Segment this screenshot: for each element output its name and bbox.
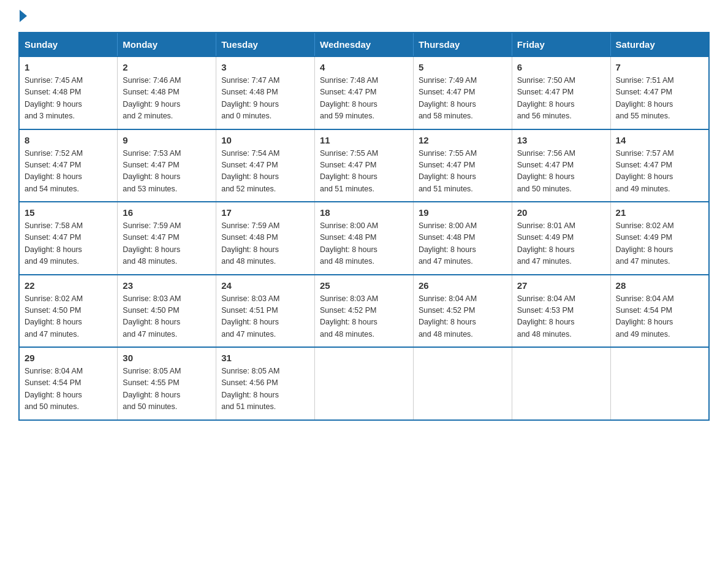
- day-info: Sunrise: 7:55 AMSunset: 4:47 PMDaylight:…: [419, 148, 507, 196]
- weekday-header-tuesday: Tuesday: [216, 33, 315, 56]
- calendar-cell: 3 Sunrise: 7:47 AMSunset: 4:48 PMDayligh…: [216, 56, 315, 129]
- calendar-cell: 30 Sunrise: 8:05 AMSunset: 4:55 PMDaylig…: [118, 347, 216, 420]
- calendar-week-2: 8 Sunrise: 7:52 AMSunset: 4:47 PMDayligh…: [19, 129, 709, 202]
- calendar-header: SundayMondayTuesdayWednesdayThursdayFrid…: [19, 33, 709, 56]
- calendar-cell: [610, 347, 709, 420]
- calendar-cell: 22 Sunrise: 8:02 AMSunset: 4:50 PMDaylig…: [19, 275, 118, 348]
- calendar-cell: 29 Sunrise: 8:04 AMSunset: 4:54 PMDaylig…: [19, 347, 118, 420]
- day-info: Sunrise: 7:49 AMSunset: 4:47 PMDaylight:…: [419, 75, 507, 123]
- day-info: Sunrise: 8:03 AMSunset: 4:52 PMDaylight:…: [320, 293, 408, 341]
- day-info: Sunrise: 7:52 AMSunset: 4:47 PMDaylight:…: [25, 148, 112, 196]
- logo-arrow-icon: [20, 10, 27, 22]
- weekday-header-thursday: Thursday: [413, 33, 512, 56]
- day-number: 3: [221, 62, 309, 72]
- day-info: Sunrise: 8:01 AMSunset: 4:49 PMDaylight:…: [517, 220, 605, 268]
- day-number: 31: [221, 353, 309, 363]
- day-info: Sunrise: 7:46 AMSunset: 4:48 PMDaylight:…: [123, 75, 211, 123]
- day-info: Sunrise: 7:56 AMSunset: 4:47 PMDaylight:…: [517, 148, 605, 196]
- day-info: Sunrise: 8:00 AMSunset: 4:48 PMDaylight:…: [419, 220, 507, 268]
- calendar-cell: 14 Sunrise: 7:57 AMSunset: 4:47 PMDaylig…: [610, 129, 709, 202]
- day-info: Sunrise: 7:45 AMSunset: 4:48 PMDaylight:…: [25, 75, 112, 123]
- day-number: 12: [419, 135, 507, 145]
- calendar-cell: 18 Sunrise: 8:00 AMSunset: 4:48 PMDaylig…: [315, 202, 414, 275]
- day-number: 27: [517, 280, 605, 291]
- day-info: Sunrise: 8:03 AMSunset: 4:51 PMDaylight:…: [221, 293, 309, 341]
- calendar-body: 1 Sunrise: 7:45 AMSunset: 4:48 PMDayligh…: [19, 56, 709, 420]
- day-number: 9: [123, 135, 211, 145]
- day-info: Sunrise: 8:00 AMSunset: 4:48 PMDaylight:…: [320, 220, 408, 268]
- calendar-cell: 11 Sunrise: 7:55 AMSunset: 4:47 PMDaylig…: [315, 129, 414, 202]
- day-number: 4: [320, 62, 408, 72]
- calendar-cell: [315, 347, 414, 420]
- logo-top: [18, 12, 27, 22]
- day-info: Sunrise: 7:54 AMSunset: 4:47 PMDaylight:…: [221, 148, 309, 196]
- calendar-cell: 20 Sunrise: 8:01 AMSunset: 4:49 PMDaylig…: [512, 202, 610, 275]
- logo: [18, 12, 27, 20]
- day-number: 30: [123, 353, 211, 363]
- day-number: 28: [616, 280, 703, 291]
- day-number: 2: [123, 62, 211, 72]
- day-number: 1: [25, 62, 112, 72]
- page-header: [18, 12, 710, 20]
- calendar-cell: 17 Sunrise: 7:59 AMSunset: 4:48 PMDaylig…: [216, 202, 315, 275]
- calendar-cell: 7 Sunrise: 7:51 AMSunset: 4:47 PMDayligh…: [610, 56, 709, 129]
- weekday-header-monday: Monday: [118, 33, 216, 56]
- day-info: Sunrise: 8:02 AMSunset: 4:50 PMDaylight:…: [25, 293, 112, 341]
- calendar-cell: 27 Sunrise: 8:04 AMSunset: 4:53 PMDaylig…: [512, 275, 610, 348]
- day-number: 26: [419, 280, 507, 291]
- calendar-cell: 9 Sunrise: 7:53 AMSunset: 4:47 PMDayligh…: [118, 129, 216, 202]
- calendar-cell: 16 Sunrise: 7:59 AMSunset: 4:47 PMDaylig…: [118, 202, 216, 275]
- weekday-header-wednesday: Wednesday: [315, 33, 414, 56]
- day-info: Sunrise: 8:04 AMSunset: 4:54 PMDaylight:…: [25, 366, 112, 413]
- calendar-cell: 12 Sunrise: 7:55 AMSunset: 4:47 PMDaylig…: [413, 129, 512, 202]
- day-info: Sunrise: 8:04 AMSunset: 4:52 PMDaylight:…: [419, 293, 507, 341]
- day-info: Sunrise: 7:57 AMSunset: 4:47 PMDaylight:…: [616, 148, 703, 196]
- day-number: 17: [221, 207, 309, 218]
- day-info: Sunrise: 7:48 AMSunset: 4:47 PMDaylight:…: [320, 75, 408, 123]
- weekday-row: SundayMondayTuesdayWednesdayThursdayFrid…: [19, 33, 709, 56]
- calendar-cell: 15 Sunrise: 7:58 AMSunset: 4:47 PMDaylig…: [19, 202, 118, 275]
- calendar-cell: 5 Sunrise: 7:49 AMSunset: 4:47 PMDayligh…: [413, 56, 512, 129]
- calendar-cell: 13 Sunrise: 7:56 AMSunset: 4:47 PMDaylig…: [512, 129, 610, 202]
- day-info: Sunrise: 7:53 AMSunset: 4:47 PMDaylight:…: [123, 148, 211, 196]
- calendar-cell: 28 Sunrise: 8:04 AMSunset: 4:54 PMDaylig…: [610, 275, 709, 348]
- day-number: 7: [616, 62, 703, 72]
- day-number: 24: [221, 280, 309, 291]
- calendar-cell: 24 Sunrise: 8:03 AMSunset: 4:51 PMDaylig…: [216, 275, 315, 348]
- calendar-cell: [512, 347, 610, 420]
- day-info: Sunrise: 7:59 AMSunset: 4:48 PMDaylight:…: [221, 220, 309, 268]
- calendar-cell: 6 Sunrise: 7:50 AMSunset: 4:47 PMDayligh…: [512, 56, 610, 129]
- calendar-week-3: 15 Sunrise: 7:58 AMSunset: 4:47 PMDaylig…: [19, 202, 709, 275]
- day-number: 19: [419, 207, 507, 218]
- calendar-cell: 21 Sunrise: 8:02 AMSunset: 4:49 PMDaylig…: [610, 202, 709, 275]
- calendar-cell: 19 Sunrise: 8:00 AMSunset: 4:48 PMDaylig…: [413, 202, 512, 275]
- calendar-week-1: 1 Sunrise: 7:45 AMSunset: 4:48 PMDayligh…: [19, 56, 709, 129]
- day-info: Sunrise: 7:59 AMSunset: 4:47 PMDaylight:…: [123, 220, 211, 268]
- day-number: 5: [419, 62, 507, 72]
- weekday-header-sunday: Sunday: [19, 33, 118, 56]
- day-number: 22: [25, 280, 112, 291]
- day-info: Sunrise: 8:03 AMSunset: 4:50 PMDaylight:…: [123, 293, 211, 341]
- day-number: 25: [320, 280, 408, 291]
- calendar-cell: 4 Sunrise: 7:48 AMSunset: 4:47 PMDayligh…: [315, 56, 414, 129]
- weekday-header-friday: Friday: [512, 33, 610, 56]
- calendar-cell: 1 Sunrise: 7:45 AMSunset: 4:48 PMDayligh…: [19, 56, 118, 129]
- day-info: Sunrise: 8:04 AMSunset: 4:54 PMDaylight:…: [616, 293, 703, 341]
- calendar-cell: 2 Sunrise: 7:46 AMSunset: 4:48 PMDayligh…: [118, 56, 216, 129]
- calendar-cell: 8 Sunrise: 7:52 AMSunset: 4:47 PMDayligh…: [19, 129, 118, 202]
- day-number: 29: [25, 353, 112, 363]
- calendar-cell: 25 Sunrise: 8:03 AMSunset: 4:52 PMDaylig…: [315, 275, 414, 348]
- calendar-week-4: 22 Sunrise: 8:02 AMSunset: 4:50 PMDaylig…: [19, 275, 709, 348]
- day-info: Sunrise: 7:47 AMSunset: 4:48 PMDaylight:…: [221, 75, 309, 123]
- day-number: 16: [123, 207, 211, 218]
- day-number: 20: [517, 207, 605, 218]
- calendar-cell: 10 Sunrise: 7:54 AMSunset: 4:47 PMDaylig…: [216, 129, 315, 202]
- day-info: Sunrise: 7:50 AMSunset: 4:47 PMDaylight:…: [517, 75, 605, 123]
- day-number: 21: [616, 207, 703, 218]
- day-info: Sunrise: 8:05 AMSunset: 4:56 PMDaylight:…: [221, 366, 309, 413]
- day-number: 13: [517, 135, 605, 145]
- calendar-cell: [413, 347, 512, 420]
- calendar-week-5: 29 Sunrise: 8:04 AMSunset: 4:54 PMDaylig…: [19, 347, 709, 420]
- day-info: Sunrise: 7:58 AMSunset: 4:47 PMDaylight:…: [25, 220, 112, 268]
- day-info: Sunrise: 8:05 AMSunset: 4:55 PMDaylight:…: [123, 366, 211, 413]
